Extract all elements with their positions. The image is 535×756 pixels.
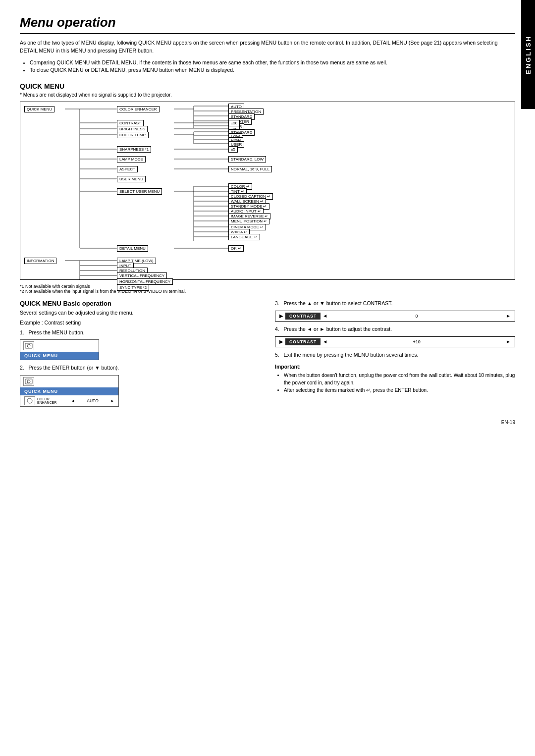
diagram-lines: [20, 102, 515, 279]
contrast1-label: CONTRAST: [285, 313, 321, 320]
contrast1-value: 0: [329, 314, 504, 319]
intro-bullet-1: Comparing QUICK MENU with DETAIL MENU, i…: [30, 59, 515, 67]
contrast2-right-arrow: ►: [506, 339, 511, 344]
step-3-text: Press the ▲ or ▼ button to select CONTRA…: [284, 300, 393, 306]
important-bullet-2: After selecting the items marked with ↵,…: [284, 386, 515, 394]
step-1-num: 1.: [20, 329, 24, 335]
footnote-1: *1 Not available with certain signals: [20, 284, 515, 289]
diagram-quick-menu-box: QUICK MENU: [24, 106, 54, 112]
contrast1-left-arrow: ◄: [322, 313, 327, 319]
page-title: Menu operation: [20, 15, 515, 34]
screen2-row-icon: [24, 396, 35, 405]
svg-text:i: i: [27, 380, 28, 383]
contrast1-left-bullet: ▶: [279, 313, 283, 319]
svg-text:i: i: [27, 345, 28, 348]
step-5-label: 5. Exit the menu by pressing the MENU bu…: [275, 351, 515, 359]
footnotes: *1 Not available with certain signals *2…: [20, 284, 515, 294]
contrast1-right-arrow: ►: [506, 313, 511, 319]
right-column: 3. Press the ▲ or ▼ button to select CON…: [275, 300, 515, 410]
screen2-value: AUTO: [77, 398, 108, 403]
screen2-row-label: COLORENHANCER: [37, 397, 69, 404]
screen-2: i QUICK MENU COLORENHANCER ◄ AUTO ►: [20, 375, 119, 407]
diagram-aspect-val: NORMAL, 16:9, FULL: [228, 166, 272, 172]
step-4-label: 4. Press the ◄ or ► button to adjust the…: [275, 325, 515, 333]
screen1-header: QUICK MENU: [20, 352, 99, 360]
contrast2-value: +10: [329, 339, 504, 344]
step-5-num: 5.: [275, 352, 279, 358]
important-title: Important:: [275, 364, 515, 370]
screen2-left-arrow: ◄: [71, 399, 75, 403]
step-4-text: Press the ◄ or ► button to adjust the co…: [284, 326, 392, 332]
quick-menu-title: QUICK MENU: [20, 82, 515, 90]
diagram-color-enhancer: COLOR ENHANCER: [117, 106, 160, 112]
step-4-num: 4.: [275, 326, 279, 332]
contrast2-left-bullet: ▶: [279, 339, 283, 344]
intro-main-text: As one of the two types of MENU display,…: [20, 39, 515, 55]
step-2-num: 2.: [20, 365, 24, 371]
page-number: EN-19: [20, 420, 515, 425]
several-settings-text: Several settings can be adjusted using t…: [20, 309, 260, 317]
important-list: When the button doesn't function, unplug…: [284, 372, 515, 394]
diagram-ok-enter: OK ↵: [228, 245, 244, 252]
step-1-text: Press the MENU button.: [29, 329, 85, 335]
english-sidebar: ENGLISH: [521, 0, 535, 109]
step-5-text: Exit the menu by pressing the MENU butto…: [284, 352, 419, 358]
screen-1: i QUICK MENU: [20, 339, 99, 360]
diagram-detail-menu: DETAIL MENU: [117, 245, 148, 252]
diagram-aspect: ASPECT: [117, 166, 138, 172]
diagram-color-temp: COLOR TEMP.: [117, 132, 149, 138]
contrast-box-1: ▶ CONTRAST ◄ 0 ►: [275, 311, 515, 322]
english-label: ENGLISH: [525, 35, 532, 74]
projector-icon2-svg: i: [25, 378, 33, 385]
step-2-text: Press the ENTER button (or ▼ button).: [29, 365, 119, 371]
projector-icon-svg: i: [25, 342, 33, 349]
diagram-sync-type: SYNC.TYPE *2: [117, 284, 149, 291]
diagram-lamp-mode: LAMP MODE: [117, 156, 146, 162]
step-3-num: 3.: [275, 300, 279, 306]
diagram-user-menu: USER MENU: [117, 176, 146, 182]
intro-bullet-2: To close QUICK MENU or DETAIL MENU, pres…: [30, 66, 515, 74]
screen2-icon: i: [23, 377, 34, 386]
contrast2-label: CONTRAST: [285, 338, 321, 345]
diagram-select-user-menu: SELECT USER MENU: [117, 188, 162, 195]
screen2-header: QUICK MENU: [20, 387, 118, 395]
color-enhancer-icon-svg: [26, 397, 34, 404]
svg-point-58: [27, 398, 32, 403]
contrast-box-2: ▶ CONTRAST ◄ +10 ►: [275, 336, 515, 347]
diagram-information-box: INFORMATION: [24, 258, 56, 264]
diagram-language: LANGUAGE ↵: [228, 234, 260, 240]
diagram-lamp-val: STANDARD, LOW: [228, 156, 266, 162]
step-1-label: 1. Press the MENU button.: [20, 329, 260, 337]
menu-diagram: QUICK MENU INFORMATION COLOR ENHANCER CO…: [20, 102, 515, 280]
basic-operation-section: QUICK MENU Basic operation Several setti…: [20, 300, 515, 410]
footnote-2: *2 Not available when the input signal i…: [20, 289, 515, 294]
basic-op-title: QUICK MENU Basic operation: [20, 300, 260, 307]
screen2-right-arrow: ►: [110, 399, 114, 403]
quick-menu-note: * Menus are not displayed when no signal…: [20, 92, 515, 98]
step-2-label: 2. Press the ENTER button (or ▼ button).: [20, 364, 260, 372]
diagram-sharpness-val: ±5: [228, 146, 238, 153]
intro-bullets: Comparing QUICK MENU with DETAIL MENU, i…: [30, 59, 515, 75]
left-column: QUICK MENU Basic operation Several setti…: [20, 300, 260, 410]
screen2-row: COLORENHANCER ◄ AUTO ►: [20, 395, 118, 406]
contrast2-left-arrow: ◄: [322, 339, 327, 344]
example-label: Example : Contrast setting: [20, 319, 260, 327]
step-3-label: 3. Press the ▲ or ▼ button to select CON…: [275, 300, 515, 308]
diagram-sharpness: SHARPNESS *1: [117, 146, 151, 153]
important-bullet-1: When the button doesn't function, unplug…: [284, 372, 515, 386]
screen1-icon: i: [23, 341, 34, 350]
